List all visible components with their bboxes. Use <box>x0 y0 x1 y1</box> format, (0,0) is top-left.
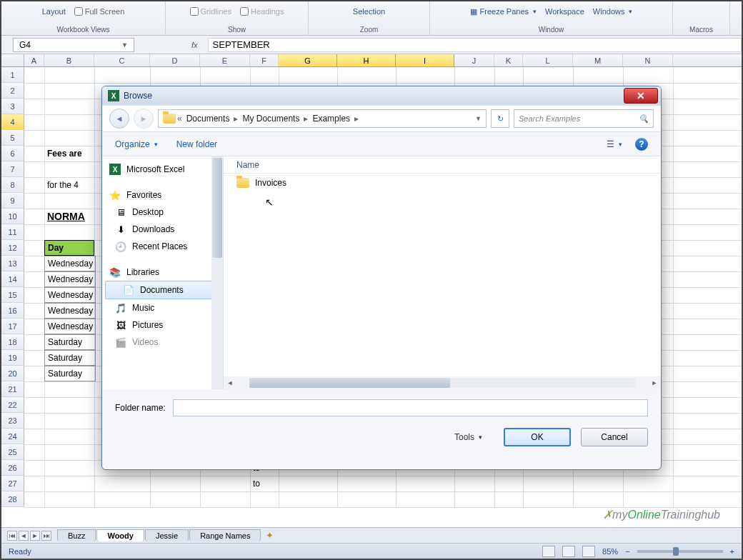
search-input[interactable]: Search Examples 🔍 <box>514 109 654 128</box>
row-header-19[interactable]: 19 <box>1 350 24 366</box>
row-header-26[interactable]: 26 <box>1 460 24 476</box>
file-list-header[interactable]: Name <box>224 156 661 174</box>
breadcrumb[interactable]: « Documents ▸ My Documents ▸ Examples ▸ … <box>158 109 487 128</box>
row-header-18[interactable]: 18 <box>1 334 24 350</box>
row-header-17[interactable]: 17 <box>1 319 24 334</box>
row-header-27[interactable]: 27 <box>1 476 24 491</box>
row-header-12[interactable]: 12 <box>1 240 24 256</box>
organize-button[interactable]: Organize <box>115 139 158 149</box>
file-list-scrollbar[interactable]: ◄ ► <box>224 376 661 389</box>
sidebar-item-excel[interactable]: XMicrosoft Excel <box>102 161 223 178</box>
row-header-14[interactable]: 14 <box>1 271 24 287</box>
tab-nav[interactable]: ⏮ ◄ ► ⏭ <box>7 531 51 541</box>
freeze-panes-button[interactable]: ▦ Freeze Panes <box>470 7 537 16</box>
col-header-G[interactable]: G <box>279 54 337 66</box>
cell-B13[interactable]: Wednesday <box>44 256 96 271</box>
sidebar-item-music[interactable]: 🎵Music <box>102 299 223 316</box>
switch-windows-button[interactable]: Windows <box>593 7 633 16</box>
breadcrumb-seg[interactable]: Examples <box>309 114 353 124</box>
sidebar-scrollbar[interactable] <box>211 156 223 389</box>
cell-B12[interactable]: Day <box>44 240 94 256</box>
sidebar-item-pictures[interactable]: 🖼Pictures <box>102 316 223 334</box>
row-header-16[interactable]: 16 <box>1 303 24 319</box>
cancel-button[interactable]: Cancel <box>581 428 648 446</box>
headings-toggle[interactable]: Headings <box>240 7 284 16</box>
sheet-tab-buzz[interactable]: Buzz <box>57 529 96 541</box>
cell-F27[interactable]: to <box>250 476 263 491</box>
tab-next-icon[interactable]: ► <box>30 531 40 541</box>
col-header-I[interactable]: I <box>396 54 454 66</box>
cell-B17[interactable]: Wednesday <box>44 319 96 334</box>
full-screen-toggle[interactable]: Full Screen <box>74 7 125 16</box>
cell-B18[interactable]: Saturday <box>44 334 96 350</box>
fx-label[interactable]: fx <box>191 41 198 49</box>
row-header-9[interactable]: 9 <box>1 193 24 209</box>
row-header-3[interactable]: 3 <box>1 99 24 114</box>
dialog-sidebar[interactable]: XMicrosoft Excel ⭐Favorites 🖥Desktop ⬇Do… <box>102 156 224 389</box>
cell-B10[interactable]: NORMA <box>44 209 88 224</box>
tab-last-icon[interactable]: ⏭ <box>41 531 51 541</box>
cell-B20[interactable]: Saturday <box>44 366 96 381</box>
page-layout-view-button[interactable] <box>562 546 575 557</box>
file-row-invoices[interactable]: Invoices ↖ <box>224 174 661 192</box>
row-header-8[interactable]: 8 <box>1 177 24 193</box>
file-list[interactable]: Name Invoices ↖ ◄ ► <box>224 156 661 389</box>
chevron-down-icon[interactable]: ▼ <box>475 115 482 122</box>
col-header-M[interactable]: M <box>573 54 623 66</box>
row-header-24[interactable]: 24 <box>1 429 24 444</box>
sheet-tab-range-names[interactable]: Range Names <box>189 529 261 541</box>
row-header-13[interactable]: 13 <box>1 256 24 271</box>
sidebar-item-favorites[interactable]: ⭐Favorites <box>102 186 223 204</box>
breadcrumb-seg[interactable]: Documents <box>184 114 233 124</box>
name-box[interactable]: G4▼ <box>13 38 134 52</box>
row-header-1[interactable]: 1 <box>1 67 24 83</box>
tab-prev-icon[interactable]: ◄ <box>19 531 29 541</box>
sidebar-item-videos[interactable]: 🎬Videos <box>102 334 223 351</box>
zoom-slider[interactable] <box>637 550 723 553</box>
row-header-21[interactable]: 21 <box>1 381 24 397</box>
chevron-right-icon[interactable]: « <box>177 114 182 124</box>
close-button[interactable]: ✕ <box>624 88 658 104</box>
col-header-E[interactable]: E <box>200 54 250 66</box>
zoom-in-button[interactable]: + <box>730 547 734 556</box>
col-header-N[interactable]: N <box>623 54 673 66</box>
col-header-H[interactable]: H <box>337 54 396 66</box>
cell-B14[interactable]: Wednesday <box>44 271 96 287</box>
ok-button[interactable]: OK <box>504 428 571 446</box>
row-header-23[interactable]: 23 <box>1 413 24 429</box>
row-header-28[interactable]: 28 <box>1 491 24 507</box>
row-header-22[interactable]: 22 <box>1 397 24 413</box>
col-header-B[interactable]: B <box>44 54 94 66</box>
chevron-right-icon[interactable]: ▸ <box>304 114 308 124</box>
row-header-20[interactable]: 20 <box>1 366 24 381</box>
chevron-right-icon[interactable]: ▸ <box>234 114 238 124</box>
sidebar-item-downloads[interactable]: ⬇Downloads <box>102 221 223 238</box>
sidebar-item-documents[interactable]: 📄Documents <box>105 281 220 299</box>
page-break-view-button[interactable] <box>582 546 595 557</box>
select-all-corner[interactable] <box>1 54 24 66</box>
sheet-tab-jessie[interactable]: Jessie <box>145 529 189 541</box>
refresh-button[interactable]: ↻ <box>491 109 509 128</box>
layout-button[interactable]: Layout <box>42 7 66 16</box>
save-workspace-button[interactable]: Workspace <box>545 7 584 16</box>
breadcrumb-seg[interactable]: My Documents <box>239 114 302 124</box>
formula-input[interactable]: SEPTEMBER <box>208 38 742 52</box>
zoom-out-button[interactable]: − <box>625 547 629 556</box>
col-header-A[interactable]: A <box>24 54 44 66</box>
row-header-15[interactable]: 15 <box>1 287 24 303</box>
cell-B6[interactable]: Fees are <box>44 146 85 161</box>
zoom-selection-button[interactable]: Selection <box>353 7 385 16</box>
col-header-C[interactable]: C <box>94 54 150 66</box>
help-button[interactable]: ? <box>635 138 648 151</box>
folder-name-input[interactable] <box>173 399 648 416</box>
new-sheet-button[interactable]: ✦ <box>266 530 274 541</box>
tab-first-icon[interactable]: ⏮ <box>7 531 17 541</box>
col-header-D[interactable]: D <box>150 54 200 66</box>
new-folder-button[interactable]: New folder <box>176 139 217 149</box>
tools-button[interactable]: Tools <box>454 432 482 442</box>
normal-view-button[interactable] <box>542 546 555 557</box>
back-button[interactable]: ◄ <box>109 109 129 129</box>
row-header-7[interactable]: 7 <box>1 161 24 177</box>
gridlines-toggle[interactable]: Gridlines <box>190 7 231 16</box>
row-header-6[interactable]: 6 <box>1 146 24 161</box>
